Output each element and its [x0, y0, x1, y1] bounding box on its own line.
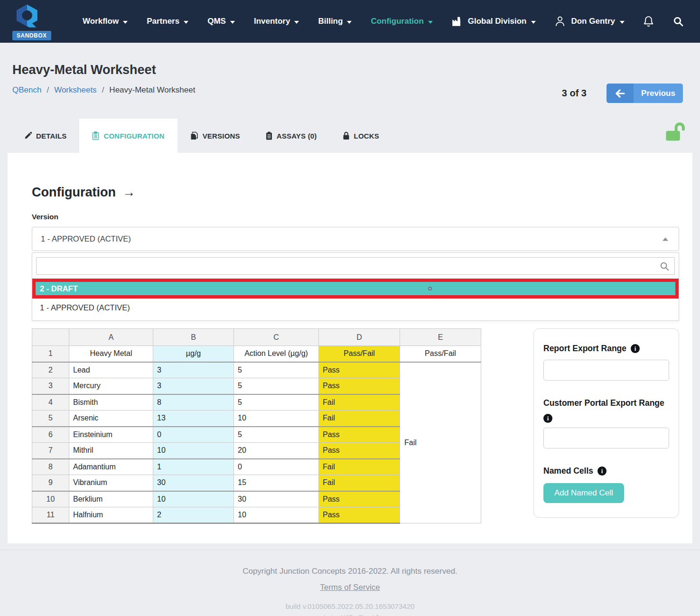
dropdown-search-input[interactable] — [36, 257, 675, 275]
report-export-range-input[interactable] — [543, 360, 669, 381]
sheet-cell[interactable]: 8 — [153, 394, 234, 411]
division-selector[interactable]: Global Division — [451, 15, 536, 28]
nav-item-partners[interactable]: Partners — [137, 0, 198, 43]
sheet-cell[interactable]: 3 — [153, 362, 234, 378]
sheet-row-number[interactable]: 4 — [32, 394, 69, 411]
previous-button-label: Previous — [634, 84, 683, 103]
sheet-cell[interactable]: Pass — [319, 443, 400, 459]
sheet-cell[interactable]: Pass — [319, 491, 400, 507]
info-icon[interactable]: i — [597, 467, 607, 476]
sheet-cell[interactable]: Bismith — [69, 394, 153, 411]
sheet-cell[interactable]: 1 — [153, 459, 234, 475]
arrow-right-icon: → — [122, 185, 135, 200]
sheet-column-header[interactable]: E — [400, 329, 481, 346]
nav-item-inventory[interactable]: Inventory — [244, 0, 309, 43]
sheet-cell[interactable]: 10 — [234, 507, 319, 523]
previous-button[interactable]: Previous — [607, 84, 683, 103]
nav-item-billing[interactable]: Billing — [308, 0, 361, 43]
navbar-right: Global Division Don Gentry — [451, 15, 700, 28]
sheet-row-number[interactable]: 6 — [32, 427, 69, 443]
nav-item-qms[interactable]: QMS — [198, 0, 244, 43]
info-icon[interactable]: i — [631, 344, 640, 353]
dropdown-option-draft[interactable]: 2 - DRAFT — [36, 282, 675, 295]
sheet-cell[interactable]: Pass — [319, 507, 400, 523]
app-logo[interactable]: SANDBOX — [12, 0, 53, 43]
sheet-cell[interactable]: Heavy Metal — [69, 346, 153, 362]
nav-item-workflow[interactable]: Workflow — [73, 0, 137, 43]
sheet-cell[interactable]: µg/g — [153, 346, 234, 362]
sheet-row-number[interactable]: 7 — [32, 443, 69, 459]
sheet-cell[interactable]: 10 — [153, 491, 234, 507]
sheet-cell[interactable]: Einsteinium — [69, 427, 153, 443]
tab-assays[interactable]: ASSAYS (0) — [253, 119, 330, 153]
sheet-cell[interactable]: Action Level (µg/g) — [234, 346, 319, 362]
sheet-column-header[interactable]: D — [319, 329, 400, 346]
copyright-text: Copyright Junction Concepts 2016-2022. A… — [0, 567, 700, 576]
search-button[interactable] — [672, 16, 684, 27]
sheet-cell[interactable]: 13 — [153, 411, 234, 427]
sheet-cell[interactable]: Adamantium — [69, 459, 153, 475]
tab-details[interactable]: DETAILS — [11, 119, 79, 153]
sheet-cell[interactable]: 10 — [153, 443, 234, 459]
notifications-button[interactable] — [643, 16, 654, 28]
sheet-cell[interactable]: 3 — [153, 378, 234, 394]
sheet-cell[interactable]: Pass — [319, 362, 400, 378]
sheet-merged-cell[interactable]: Fail — [400, 362, 481, 523]
sheet-row-number[interactable]: 9 — [32, 475, 69, 491]
sheet-cell[interactable]: 20 — [234, 443, 319, 459]
sheet-cell[interactable]: 5 — [234, 394, 319, 411]
sheet-cell[interactable]: Pass/Fail — [400, 346, 481, 362]
sheet-cell[interactable]: 5 — [234, 362, 319, 378]
unlocked-icon[interactable] — [664, 121, 687, 145]
breadcrumb-link[interactable]: Worksheets — [54, 85, 96, 95]
sheet-cell[interactable]: 10 — [234, 411, 319, 427]
sheet-cell[interactable]: 5 — [234, 378, 319, 394]
sheet-cell[interactable]: Fail — [319, 459, 400, 475]
sheet-cell[interactable]: Arsenic — [69, 411, 153, 427]
sheet-cell[interactable]: Mithril — [69, 443, 153, 459]
worksheet-grid[interactable]: ABCDE1Heavy Metalµg/gAction Level (µg/g)… — [32, 328, 481, 524]
sheet-row-number[interactable]: 5 — [32, 411, 69, 427]
sheet-row-number[interactable]: 10 — [32, 491, 69, 507]
sheet-cell[interactable]: 15 — [234, 475, 319, 491]
sheet-cell[interactable]: Fail — [319, 394, 400, 411]
sheet-cell[interactable]: Fail — [319, 411, 400, 427]
terms-of-service-link[interactable]: Terms of Service — [320, 583, 380, 592]
page-footer: Copyright Junction Concepts 2016-2022. A… — [0, 550, 700, 616]
sheet-cell[interactable]: 5 — [234, 427, 319, 443]
sheet-cell[interactable]: 2 — [153, 507, 234, 523]
sheet-cell[interactable]: Pass — [319, 378, 400, 394]
sheet-cell[interactable]: 30 — [153, 475, 234, 491]
sheet-cell[interactable]: Lead — [69, 362, 153, 378]
sheet-row-number[interactable]: 1 — [32, 346, 69, 362]
info-icon[interactable]: i — [543, 414, 552, 423]
sheet-cell[interactable]: 30 — [234, 491, 319, 507]
sheet-cell[interactable]: 0 — [234, 459, 319, 475]
sheet-row-number[interactable]: 11 — [32, 507, 69, 523]
sheet-column-header[interactable]: A — [69, 329, 153, 346]
tab-locks[interactable]: LOCKS — [330, 119, 392, 153]
sheet-cell[interactable]: Pass — [319, 427, 400, 443]
tab-configuration[interactable]: CONFIGURATION — [79, 119, 177, 153]
sheet-column-header[interactable]: B — [153, 329, 234, 346]
user-menu[interactable]: Don Gentry — [554, 15, 625, 28]
tab-label: VERSIONS — [203, 132, 240, 140]
add-named-cell-button[interactable]: Add Named Cell — [543, 483, 624, 503]
nav-item-configuration[interactable]: Configuration — [361, 0, 442, 43]
sheet-cell[interactable]: Halfnium — [69, 507, 153, 523]
sheet-cell[interactable]: 0 — [153, 427, 234, 443]
sheet-cell[interactable]: Mercury — [69, 378, 153, 394]
sheet-column-header[interactable]: C — [234, 329, 319, 346]
sheet-cell[interactable]: Pass/Fail — [319, 346, 400, 362]
breadcrumb-link[interactable]: QBench — [12, 85, 41, 95]
sheet-row-number[interactable]: 2 — [32, 362, 69, 378]
version-select[interactable]: 1 - APPROVED (ACTIVE) — [32, 227, 679, 251]
dropdown-option-approved[interactable]: 1 - APPROVED (ACTIVE) — [32, 299, 679, 316]
tab-versions[interactable]: VERSIONS — [177, 119, 253, 153]
sheet-cell[interactable]: Berklium — [69, 491, 153, 507]
sheet-cell[interactable]: Vibranium — [69, 475, 153, 491]
sheet-cell[interactable]: Fail — [319, 475, 400, 491]
portal-export-range-input[interactable] — [543, 428, 669, 448]
sheet-row-number[interactable]: 8 — [32, 459, 69, 475]
sheet-row-number[interactable]: 3 — [32, 378, 69, 394]
